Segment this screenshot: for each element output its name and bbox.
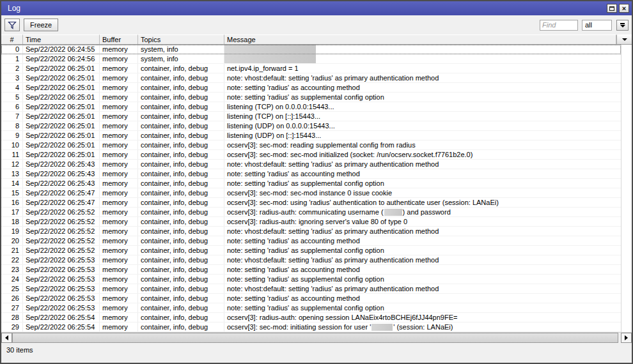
redacted-text bbox=[224, 54, 316, 63]
cell-buffer: memory bbox=[100, 246, 138, 255]
header-cell-message[interactable]: Message bbox=[224, 34, 616, 44]
log-row[interactable]: 22 Sep/22/2022 06:25:53 memory container… bbox=[1, 255, 621, 265]
find-input[interactable] bbox=[540, 20, 578, 31]
cell-time: Sep/22/2022 06:25:01 bbox=[23, 140, 100, 149]
cell-message: note: setting 'radius' as accounting met… bbox=[224, 294, 621, 303]
scroll-left-button[interactable] bbox=[1, 333, 12, 343]
cell-time: Sep/22/2022 06:25:43 bbox=[23, 169, 100, 178]
funnel-icon bbox=[8, 21, 17, 29]
log-row[interactable]: 3 Sep/22/2022 06:25:01 memory container,… bbox=[1, 73, 621, 83]
vertical-scrollbar[interactable] bbox=[621, 45, 632, 332]
log-row[interactable]: 19 Sep/22/2022 06:25:52 memory container… bbox=[1, 227, 621, 236]
log-row[interactable]: 8 Sep/22/2022 06:25:01 memory container,… bbox=[1, 121, 621, 131]
cell-topics: container, info, debug bbox=[138, 131, 224, 140]
log-row[interactable]: 21 Sep/22/2022 06:25:52 memory container… bbox=[1, 246, 621, 255]
filter-button[interactable] bbox=[4, 19, 20, 31]
cell-time: Sep/22/2022 06:25:43 bbox=[23, 179, 100, 188]
log-row[interactable]: 9 Sep/22/2022 06:25:01 memory container,… bbox=[1, 131, 621, 140]
log-row[interactable]: 18 Sep/22/2022 06:25:52 memory container… bbox=[1, 217, 621, 227]
message-text: ocserv[3]: sec-mod: initiating session f… bbox=[227, 323, 371, 331]
cell-time: Sep/22/2022 06:25:47 bbox=[23, 198, 100, 207]
log-row[interactable]: 11 Sep/22/2022 06:25:01 memory container… bbox=[1, 150, 621, 160]
cell-buffer: memory bbox=[100, 255, 138, 264]
cell-topics: container, info, debug bbox=[138, 64, 224, 73]
cell-buffer: memory bbox=[100, 54, 138, 63]
cell-topics: container, info, debug bbox=[138, 83, 224, 92]
cell-number: 19 bbox=[1, 227, 23, 236]
log-row[interactable]: 24 Sep/22/2022 06:25:53 memory container… bbox=[1, 275, 621, 284]
log-row[interactable]: 27 Sep/22/2022 06:25:53 memory container… bbox=[1, 303, 621, 313]
cell-topics: container, info, debug bbox=[138, 313, 224, 322]
columns-dropdown-button[interactable] bbox=[616, 34, 632, 44]
cell-message: note: setting 'radius' as accounting met… bbox=[224, 236, 621, 245]
header-cell-time[interactable]: Time bbox=[23, 34, 100, 44]
message-text: net.ipv4.ip_forward = 1 bbox=[227, 64, 299, 72]
log-row[interactable]: 23 Sep/22/2022 06:25:53 memory container… bbox=[1, 265, 621, 275]
log-row[interactable]: 5 Sep/22/2022 06:25:01 memory container,… bbox=[1, 93, 621, 102]
cell-time: Sep/22/2022 06:25:54 bbox=[23, 322, 100, 331]
cell-time: Sep/22/2022 06:25:54 bbox=[23, 313, 100, 322]
cell-number: 13 bbox=[1, 169, 23, 178]
cell-buffer: memory bbox=[100, 93, 138, 102]
scope-select[interactable]: all bbox=[582, 20, 612, 31]
log-row[interactable]: 2 Sep/22/2022 06:25:01 memory container,… bbox=[1, 64, 621, 73]
log-row[interactable]: 12 Sep/22/2022 06:25:43 memory container… bbox=[1, 160, 621, 169]
message-text: note: vhost:default: setting 'radius' as… bbox=[227, 160, 439, 168]
cell-number: 3 bbox=[1, 73, 23, 82]
log-row[interactable]: 13 Sep/22/2022 06:25:43 memory container… bbox=[1, 169, 621, 179]
cell-topics: container, info, debug bbox=[138, 179, 224, 188]
cell-message: ocserv[3]: sec-mod: reading supplemental… bbox=[224, 140, 621, 149]
cell-message: ocserv[3]: sec-mod: sec-mod initialized … bbox=[224, 150, 621, 159]
hscroll-thumb[interactable] bbox=[12, 333, 618, 343]
cell-buffer: memory bbox=[100, 236, 138, 245]
cell-topics: container, info, debug bbox=[138, 140, 224, 149]
log-row[interactable]: 17 Sep/22/2022 06:25:52 memory container… bbox=[1, 208, 621, 217]
cell-time: Sep/22/2022 06:25:01 bbox=[23, 150, 100, 159]
message-text: note: setting 'radius' as supplemental c… bbox=[227, 275, 384, 283]
cell-buffer: memory bbox=[100, 275, 138, 284]
cell-message: note: vhost:default: setting 'radius' as… bbox=[224, 73, 621, 82]
log-row[interactable]: 0 Sep/22/2022 06:24:55 memory system, in… bbox=[1, 45, 621, 54]
log-row[interactable]: 4 Sep/22/2022 06:25:01 memory container,… bbox=[1, 83, 621, 93]
log-row[interactable]: 15 Sep/22/2022 06:25:47 memory container… bbox=[1, 188, 621, 198]
cell-topics: container, info, debug bbox=[138, 188, 224, 197]
cell-buffer: memory bbox=[100, 102, 138, 111]
cell-buffer: memory bbox=[100, 169, 138, 178]
log-row[interactable]: 25 Sep/22/2022 06:25:53 memory container… bbox=[1, 284, 621, 294]
log-row[interactable]: 10 Sep/22/2022 06:25:01 memory container… bbox=[1, 140, 621, 150]
log-row[interactable]: 26 Sep/22/2022 06:25:53 memory container… bbox=[1, 294, 621, 303]
log-window: Log × Freeze all # Time Buffer Topics Me… bbox=[0, 0, 633, 364]
redacted-text bbox=[384, 209, 402, 216]
close-button[interactable]: × bbox=[619, 4, 629, 13]
cell-number: 6 bbox=[1, 102, 23, 111]
cell-topics: container, info, debug bbox=[138, 227, 224, 236]
log-row[interactable]: 7 Sep/22/2022 06:25:01 memory container,… bbox=[1, 112, 621, 121]
header-cell-buffer[interactable]: Buffer bbox=[100, 34, 138, 44]
scroll-right-button[interactable] bbox=[621, 333, 632, 343]
message-text: ocserv[3]: radius-auth: ignoring server'… bbox=[227, 218, 407, 225]
header-cell-topics[interactable]: Topics bbox=[138, 34, 224, 44]
cell-number: 18 bbox=[1, 217, 23, 226]
log-row[interactable]: 6 Sep/22/2022 06:25:01 memory container,… bbox=[1, 102, 621, 112]
maximize-button[interactable] bbox=[607, 4, 617, 13]
freeze-button[interactable]: Freeze bbox=[24, 19, 58, 31]
log-row[interactable]: 14 Sep/22/2022 06:25:43 memory container… bbox=[1, 179, 621, 188]
header-cell-number[interactable]: # bbox=[1, 34, 23, 44]
cell-message: note: vhost:default: setting 'radius' as… bbox=[224, 160, 621, 169]
cell-message: net.ipv4.ip_forward = 1 bbox=[224, 64, 621, 73]
cell-number: 17 bbox=[1, 208, 23, 216]
cell-message: note: setting 'radius' as accounting met… bbox=[224, 169, 621, 178]
log-row[interactable]: 29 Sep/22/2022 06:25:54 memory container… bbox=[1, 322, 621, 332]
cell-buffer: memory bbox=[100, 140, 138, 149]
log-row[interactable]: 1 Sep/22/2022 06:24:56 memory system, in… bbox=[1, 54, 621, 64]
log-row[interactable]: 28 Sep/22/2022 06:25:54 memory container… bbox=[1, 313, 621, 322]
titlebar[interactable]: Log × bbox=[1, 1, 632, 15]
log-row[interactable]: 16 Sep/22/2022 06:25:47 memory container… bbox=[1, 198, 621, 208]
cell-message: note: setting 'radius' as accounting met… bbox=[224, 265, 621, 274]
cell-time: Sep/22/2022 06:25:01 bbox=[23, 73, 100, 82]
scope-dropdown-button[interactable] bbox=[616, 20, 629, 31]
cell-buffer: memory bbox=[100, 217, 138, 226]
cell-message: listening (TCP) on [::]:15443... bbox=[224, 112, 621, 121]
log-row[interactable]: 20 Sep/22/2022 06:25:52 memory container… bbox=[1, 236, 621, 246]
cell-buffer: memory bbox=[100, 198, 138, 207]
